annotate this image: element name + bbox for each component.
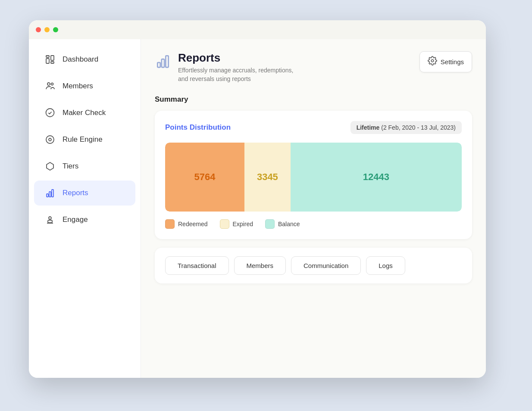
- window-maximize-dot[interactable]: [53, 27, 58, 32]
- points-distribution-card: Points Distribution Lifetime (2 Feb, 202…: [155, 111, 472, 239]
- points-bar-chart: 5764 3345 12443: [165, 143, 462, 212]
- svg-point-7: [49, 138, 51, 141]
- svg-point-16: [431, 59, 434, 62]
- svg-point-5: [51, 83, 53, 85]
- legend-swatch-expired: [220, 219, 229, 229]
- legend-item-expired: Expired: [220, 219, 253, 229]
- svg-point-11: [49, 217, 51, 219]
- svg-rect-10: [52, 190, 53, 197]
- svg-rect-9: [49, 192, 51, 197]
- sidebar-item-tiers[interactable]: Tiers: [34, 154, 135, 179]
- svg-rect-13: [157, 62, 160, 67]
- svg-rect-15: [166, 56, 168, 67]
- svg-point-4: [47, 83, 50, 85]
- summary-section-title: Summary: [155, 95, 472, 104]
- sidebar-item-members[interactable]: Members: [34, 74, 135, 99]
- bar-expired: 3345: [244, 143, 291, 212]
- page-title: Reports: [178, 51, 293, 65]
- reports-header-icon: [155, 53, 171, 73]
- sidebar-item-tiers-label: Tiers: [63, 162, 78, 171]
- main-content: Reports Effortlessly manage accruals, re…: [141, 20, 486, 378]
- page-header: Reports Effortlessly manage accruals, re…: [155, 51, 472, 83]
- settings-button[interactable]: Settings: [419, 51, 472, 72]
- points-dist-title: Points Distribution: [165, 123, 231, 132]
- maker-check-icon: [44, 107, 56, 118]
- bar-balance: 12443: [291, 143, 462, 212]
- titlebar: [29, 20, 486, 39]
- rule-engine-icon: [44, 134, 56, 145]
- svg-rect-0: [46, 56, 49, 57]
- reports-icon: [44, 187, 56, 199]
- chart-legend: Redeemed Expired Balance: [165, 219, 462, 229]
- window-minimize-dot[interactable]: [44, 27, 50, 32]
- tab-logs[interactable]: Logs: [366, 256, 405, 275]
- members-icon: [44, 81, 56, 92]
- sidebar-item-reports[interactable]: Reports: [34, 181, 135, 206]
- legend-item-redeemed: Redeemed: [165, 219, 208, 229]
- legend-item-balance: Balance: [265, 219, 300, 229]
- page-header-left: Reports Effortlessly manage accruals, re…: [155, 51, 293, 83]
- svg-rect-8: [47, 194, 48, 197]
- sidebar-item-engage-label: Engage: [63, 215, 88, 224]
- svg-point-6: [46, 136, 54, 143]
- tiers-icon: [44, 161, 56, 172]
- sidebar-item-engage[interactable]: Engage: [34, 207, 135, 232]
- report-tabs-card: Transactional Members Communication Logs: [155, 248, 472, 283]
- sidebar-item-members-label: Members: [63, 82, 93, 90]
- points-dist-header: Points Distribution Lifetime (2 Feb, 202…: [165, 121, 462, 134]
- sidebar: Dashboard Members: [29, 20, 141, 378]
- dashboard-icon: [44, 54, 56, 65]
- sidebar-item-dashboard[interactable]: Dashboard: [34, 47, 135, 72]
- sidebar-item-rule-engine-label: Rule Engine: [63, 135, 103, 144]
- sidebar-item-rule-engine[interactable]: Rule Engine: [34, 127, 135, 152]
- svg-rect-1: [46, 59, 49, 63]
- tab-transactional[interactable]: Transactional: [165, 256, 229, 275]
- settings-icon: [428, 56, 437, 68]
- svg-rect-14: [162, 59, 164, 67]
- sidebar-item-maker-check[interactable]: Maker Check: [34, 100, 135, 125]
- window-close-dot[interactable]: [36, 27, 41, 32]
- page-subtitle: Effortlessly manage accruals, redemption…: [178, 66, 293, 83]
- svg-rect-12: [48, 220, 52, 223]
- legend-swatch-balance: [265, 219, 275, 229]
- sidebar-item-maker-check-label: Maker Check: [63, 109, 106, 117]
- svg-rect-2: [51, 56, 54, 60]
- tab-communication[interactable]: Communication: [291, 256, 361, 275]
- legend-swatch-redeemed: [165, 219, 175, 229]
- svg-rect-3: [51, 62, 54, 63]
- settings-label: Settings: [441, 58, 464, 65]
- sidebar-item-reports-label: Reports: [63, 189, 88, 197]
- engage-icon: [44, 214, 56, 225]
- lifetime-badge[interactable]: Lifetime (2 Feb, 2020 - 13 Jul, 2023): [350, 121, 462, 134]
- bar-redeemed: 5764: [165, 143, 244, 212]
- tab-members[interactable]: Members: [234, 256, 286, 275]
- sidebar-item-dashboard-label: Dashboard: [63, 55, 98, 64]
